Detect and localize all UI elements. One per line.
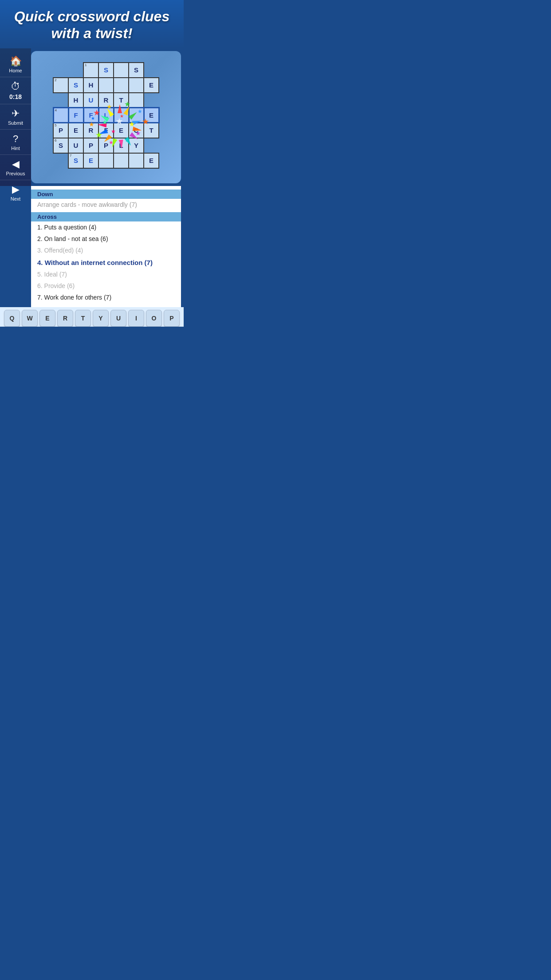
next-icon: ▶ bbox=[12, 184, 20, 195]
grid-cell-highlight[interactable] bbox=[129, 108, 144, 123]
previous-icon: ◀ bbox=[12, 158, 20, 170]
grid-cell[interactable]: 1 bbox=[83, 63, 98, 78]
grid-cell-highlight[interactable]: F bbox=[68, 108, 83, 123]
app-header: Quick crossword clues with a twist! bbox=[0, 0, 184, 48]
grid-cell[interactable]: 6 S bbox=[53, 138, 68, 153]
grid-cell[interactable]: L bbox=[114, 138, 129, 153]
grid-cell[interactable]: U bbox=[68, 138, 83, 153]
down-clue[interactable]: Arrange cards - move awkwardly (7) bbox=[37, 199, 175, 210]
key-p[interactable]: P bbox=[164, 310, 180, 327]
clue-3[interactable]: 3. Offend(ed) (4) bbox=[37, 245, 175, 256]
clue-2[interactable]: 2. On land - not at sea (6) bbox=[37, 233, 175, 245]
sidebar-item-next[interactable]: ▶ Next bbox=[0, 180, 31, 205]
grid-cell[interactable]: E bbox=[83, 153, 98, 168]
grid-cell[interactable]: E bbox=[68, 123, 83, 138]
sidebar-item-timer: ⏱ 0:18 bbox=[0, 77, 31, 104]
clue-5-text: Ideal (7) bbox=[44, 271, 67, 278]
grid-cell-highlight[interactable]: F bbox=[83, 108, 98, 123]
cell-empty bbox=[144, 138, 159, 153]
cell-empty bbox=[144, 93, 159, 108]
clue-2-number: 2. bbox=[37, 235, 43, 242]
grid-cell[interactable]: E bbox=[144, 153, 159, 168]
grid-cell[interactable]: T bbox=[144, 123, 159, 138]
cell-empty bbox=[53, 63, 68, 78]
grid-cell-highlight[interactable] bbox=[114, 108, 129, 123]
sidebar-item-previous[interactable]: ◀ Previous bbox=[0, 155, 31, 180]
grid-cell[interactable] bbox=[114, 78, 129, 93]
sidebar-item-submit[interactable]: ✈ Submit bbox=[0, 104, 31, 130]
sidebar-item-hint[interactable]: ? Hint bbox=[0, 130, 31, 155]
grid-cell[interactable]: P bbox=[98, 138, 114, 153]
grid-cell[interactable] bbox=[129, 153, 144, 168]
clue-4-number: 4. bbox=[37, 259, 43, 266]
grid-cell[interactable]: C bbox=[129, 123, 144, 138]
grid-cell[interactable]: E bbox=[114, 123, 129, 138]
key-w[interactable]: W bbox=[22, 310, 38, 327]
grid-cell[interactable]: R bbox=[83, 123, 98, 138]
grid-cell[interactable]: Y bbox=[129, 138, 144, 153]
grid-cell-highlight[interactable]: E bbox=[144, 108, 159, 123]
key-e[interactable]: E bbox=[39, 310, 55, 327]
keyboard: Q W E R T Y U I O P bbox=[0, 307, 184, 327]
grid-cell[interactable]: S bbox=[129, 63, 144, 78]
key-u[interactable]: U bbox=[110, 310, 126, 327]
clue-7[interactable]: 7. Work done for others (7) bbox=[37, 292, 175, 303]
clue-4-active[interactable]: 4. Without an internet connection (7) bbox=[37, 257, 175, 269]
key-r[interactable]: R bbox=[57, 310, 73, 327]
hint-icon: ? bbox=[13, 133, 18, 145]
crossword-grid: 1 S S 2 bbox=[53, 62, 160, 169]
next-label: Next bbox=[11, 196, 21, 202]
grid-cell[interactable]: S bbox=[68, 78, 83, 93]
down-header: Down bbox=[31, 190, 181, 199]
key-o[interactable]: O bbox=[146, 310, 162, 327]
grid-cell[interactable] bbox=[129, 93, 144, 108]
grid-cell[interactable] bbox=[129, 78, 144, 93]
grid-cell[interactable] bbox=[114, 63, 129, 78]
sidebar-item-home[interactable]: 🏠 Home bbox=[0, 52, 31, 77]
sidebar: 🏠 Home ⏱ 0:18 ✈ Submit ? Hint ◀ Previous… bbox=[0, 48, 31, 186]
clue-1[interactable]: 1. Puts a question (4) bbox=[37, 221, 175, 233]
app-title: Quick crossword clues with a twist! bbox=[9, 8, 175, 42]
hint-label: Hint bbox=[11, 146, 20, 151]
grid-cell[interactable] bbox=[98, 153, 114, 168]
clue-6-number: 6. bbox=[37, 282, 43, 289]
grid-cell[interactable]: H bbox=[83, 78, 98, 93]
grid-cell[interactable] bbox=[98, 78, 114, 93]
grid-cell[interactable]: U bbox=[83, 93, 98, 108]
grid-cell[interactable]: H bbox=[68, 93, 83, 108]
key-t[interactable]: T bbox=[75, 310, 91, 327]
home-label: Home bbox=[9, 68, 22, 73]
across-header: Across bbox=[31, 212, 181, 221]
clue-4-text: Without an internet connection (7) bbox=[45, 259, 153, 266]
submit-label: Submit bbox=[8, 120, 23, 126]
grid-cell[interactable] bbox=[114, 153, 129, 168]
clue-5[interactable]: 5. Ideal (7) bbox=[37, 269, 175, 280]
grid-cell[interactable]: 7 S bbox=[68, 153, 83, 168]
grid-cell[interactable]: T bbox=[114, 93, 129, 108]
grid-cell[interactable]: E bbox=[144, 78, 159, 93]
clues-section: Down Arrange cards - move awkwardly (7) … bbox=[31, 186, 181, 307]
grid-cell[interactable]: S bbox=[98, 63, 114, 78]
key-q[interactable]: Q bbox=[4, 310, 20, 327]
grid-cell[interactable]: 2 bbox=[53, 78, 68, 93]
key-i[interactable]: I bbox=[128, 310, 144, 327]
game-area: 1 S S 2 bbox=[31, 51, 181, 183]
grid-cell[interactable]: R bbox=[98, 93, 114, 108]
clue-6-text: Provide (6) bbox=[44, 282, 75, 289]
cell-empty bbox=[53, 153, 68, 168]
clue-3-number: 3. bbox=[37, 247, 43, 254]
clue-7-number: 7. bbox=[37, 294, 43, 301]
previous-label: Previous bbox=[6, 171, 25, 176]
cell-empty bbox=[53, 93, 68, 108]
grid-cell[interactable]: P bbox=[83, 138, 98, 153]
grid-cell[interactable]: F bbox=[98, 123, 114, 138]
key-y[interactable]: Y bbox=[93, 310, 109, 327]
clue-6[interactable]: 6. Provide (6) bbox=[37, 280, 175, 292]
grid-cell-highlight[interactable]: 4 bbox=[53, 108, 68, 123]
cell-empty bbox=[68, 63, 83, 78]
clues-content: Down Arrange cards - move awkwardly (7) … bbox=[31, 186, 181, 307]
grid-cell-highlight[interactable]: L bbox=[98, 108, 114, 123]
crossword-wrapper: 1 S S 2 bbox=[35, 55, 177, 175]
grid-cell[interactable]: 5 P bbox=[53, 123, 68, 138]
clue-2-text: On land - not at sea (6) bbox=[44, 235, 108, 242]
